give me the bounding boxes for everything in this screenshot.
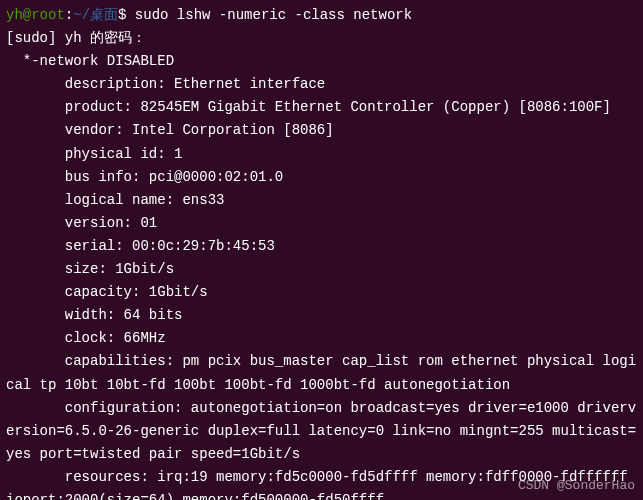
bus-info-line: bus info: pci@0000:02:01.0 xyxy=(6,166,637,189)
width-line: width: 64 bits xyxy=(6,304,637,327)
logical-name-line: logical name: ens33 xyxy=(6,189,637,212)
physical-id-line: physical id: 1 xyxy=(6,143,637,166)
size-line: size: 1Gbit/s xyxy=(6,258,637,281)
prompt-user: yh xyxy=(6,7,23,23)
product-line: product: 82545EM Gigabit Ethernet Contro… xyxy=(6,96,637,119)
prompt-at: @ xyxy=(23,7,31,23)
version-line: version: 01 xyxy=(6,212,637,235)
capacity-line: capacity: 1Gbit/s xyxy=(6,281,637,304)
serial-line: serial: 00:0c:29:7b:45:53 xyxy=(6,235,637,258)
prompt-colon: : xyxy=(65,7,73,23)
description-line: description: Ethernet interface xyxy=(6,73,637,96)
clock-line: clock: 66MHz xyxy=(6,327,637,350)
vendor-line: vendor: Intel Corporation [8086] xyxy=(6,119,637,142)
terminal-prompt-line: yh@root:~/桌面$ sudo lshw -numeric -class … xyxy=(6,4,637,27)
prompt-command[interactable]: sudo lshw -numeric -class network xyxy=(135,7,412,23)
configuration-line: configuration: autonegotiation=on broadc… xyxy=(6,397,637,466)
capabilities-line: capabilities: pm pcix bus_master cap_lis… xyxy=(6,350,637,396)
prompt-path: ~/桌面 xyxy=(73,7,118,23)
network-header-line: *-network DISABLED xyxy=(6,50,637,73)
prompt-dollar: $ xyxy=(118,7,135,23)
watermark-text: CSDN @SonderHao xyxy=(518,475,635,496)
prompt-host: root xyxy=(31,7,65,23)
sudo-password-line: [sudo] yh 的密码： xyxy=(6,27,637,50)
